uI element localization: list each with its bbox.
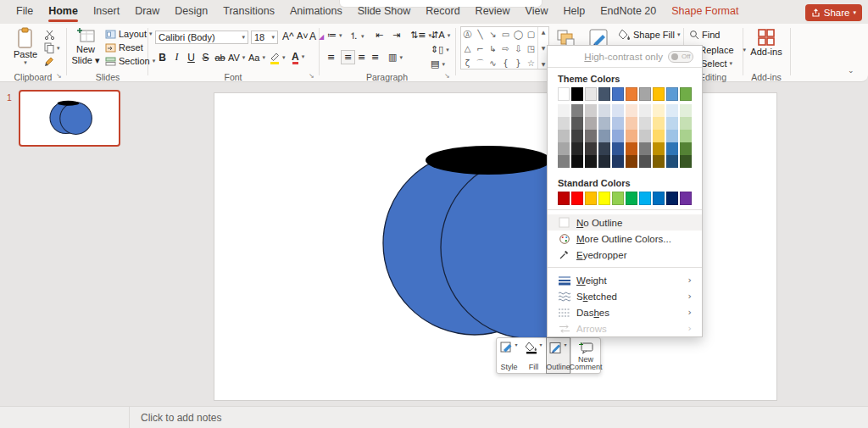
shape-tool-1-1[interactable]: ⌐: [474, 42, 487, 56]
numbering-button[interactable]: ⒈▾: [349, 30, 364, 42]
standard-color-1[interactable]: [571, 192, 583, 205]
standard-color-4[interactable]: [612, 192, 624, 205]
theme-variant-1-3[interactable]: [598, 117, 610, 130]
tab-animations[interactable]: Animations: [282, 0, 350, 24]
underline-button[interactable]: U: [184, 51, 198, 64]
standard-color-7[interactable]: [653, 192, 665, 205]
menu-item-more-outline-colors[interactable]: More Outline Colors...: [548, 231, 702, 247]
theme-variant-1-0[interactable]: [558, 117, 570, 130]
menu-item-dashes[interactable]: Dashes›: [548, 304, 702, 320]
theme-variant-2-7[interactable]: [653, 130, 665, 142]
shape-tool-0-3[interactable]: ▭: [499, 27, 512, 42]
standard-color-9[interactable]: [680, 192, 692, 205]
clear-formatting-button[interactable]: A◢: [309, 31, 324, 42]
theme-variant-3-4[interactable]: [612, 142, 624, 155]
theme-variant-3-1[interactable]: [571, 142, 583, 155]
theme-variant-0-6[interactable]: [639, 104, 651, 117]
font-dialog-launcher[interactable]: ↘: [309, 72, 314, 80]
theme-variant-0-3[interactable]: [598, 104, 610, 117]
theme-variant-0-0[interactable]: [558, 104, 570, 117]
italic-button[interactable]: I: [170, 51, 184, 64]
tab-slide-show[interactable]: Slide Show: [350, 0, 419, 24]
menu-item-eyedropper[interactable]: Eyedropper: [548, 247, 702, 263]
theme-variant-1-7[interactable]: [653, 117, 665, 130]
theme-variant-0-8[interactable]: [666, 104, 678, 117]
theme-variant-3-9[interactable]: [680, 142, 692, 155]
standard-color-5[interactable]: [626, 192, 637, 205]
theme-variant-4-7[interactable]: [653, 155, 665, 168]
theme-variant-2-1[interactable]: [571, 130, 583, 142]
shape-tool-1-0[interactable]: △: [461, 42, 474, 56]
tab-transitions[interactable]: Transitions: [215, 0, 282, 24]
layout-button[interactable]: Layout ▾: [105, 29, 153, 39]
shapes-gallery[interactable]: Ⓐ╲↘▭◯▢△⌐↳⇨⇩◳ζ⌒∿{}☆ ▲ ▼ ▼: [460, 26, 549, 69]
theme-color-2[interactable]: [585, 87, 597, 101]
theme-variant-2-3[interactable]: [598, 130, 610, 142]
cut-button[interactable]: [44, 30, 55, 40]
gallery-up-icon[interactable]: ▲: [542, 29, 546, 35]
theme-color-0[interactable]: [558, 87, 570, 101]
standard-color-6[interactable]: [639, 192, 651, 205]
shrink-font-button[interactable]: A˅: [297, 31, 309, 41]
theme-variant-2-4[interactable]: [612, 130, 624, 142]
notes-pane[interactable]: Click to add notes: [0, 406, 868, 428]
theme-variant-2-8[interactable]: [666, 130, 678, 142]
theme-color-6[interactable]: [639, 87, 651, 101]
tab-review[interactable]: Review: [468, 0, 518, 24]
theme-variant-4-6[interactable]: [639, 155, 651, 168]
align-right-button[interactable]: ≡: [358, 52, 365, 63]
tab-endnote-20[interactable]: EndNote 20: [593, 0, 664, 24]
new-comment-button[interactable]: NewComment: [570, 338, 600, 373]
shape-tool-2-2[interactable]: ∿: [487, 56, 499, 70]
paste-button[interactable]: Paste ▾: [10, 27, 41, 66]
shape-tool-0-5[interactable]: ▢: [525, 27, 537, 42]
theme-color-3[interactable]: [598, 87, 610, 101]
new-slide-button[interactable]: New Slide ▾: [70, 27, 102, 65]
shape-tool-2-0[interactable]: ζ: [461, 56, 474, 70]
standard-color-8[interactable]: [666, 192, 678, 205]
shape-tool-1-4[interactable]: ⇩: [512, 42, 525, 56]
shape-tool-0-1[interactable]: ╲: [474, 27, 487, 42]
theme-variant-3-2[interactable]: [585, 142, 597, 155]
justify-button[interactable]: ≡: [371, 52, 379, 63]
high-contrast-toggle[interactable]: Off: [668, 51, 693, 63]
theme-variant-2-2[interactable]: [585, 130, 597, 142]
tab-view[interactable]: View: [518, 0, 556, 24]
theme-variant-2-5[interactable]: [626, 130, 637, 142]
theme-variant-1-6[interactable]: [639, 117, 651, 130]
shape-tool-0-4[interactable]: ◯: [512, 27, 525, 42]
standard-color-3[interactable]: [598, 192, 610, 205]
theme-variant-1-8[interactable]: [666, 117, 678, 130]
tab-shape-format[interactable]: Shape Format: [664, 0, 746, 24]
theme-variant-0-4[interactable]: [612, 104, 624, 117]
tab-file[interactable]: File: [8, 0, 41, 24]
tab-record[interactable]: Record: [418, 0, 467, 24]
shape-tool-0-0[interactable]: Ⓐ: [461, 27, 474, 42]
decrease-indent-button[interactable]: ⇤: [376, 30, 383, 41]
tab-insert[interactable]: Insert: [86, 0, 127, 24]
smartart-convert-button[interactable]: ▤▾: [431, 58, 445, 69]
shape-tool-2-3[interactable]: {: [499, 56, 512, 70]
reset-button[interactable]: Reset: [105, 42, 143, 53]
theme-variant-3-5[interactable]: [626, 142, 637, 155]
text-highlight-button[interactable]: ▾: [270, 52, 286, 63]
theme-color-9[interactable]: [680, 87, 692, 101]
fill-button[interactable]: ▾Fill: [521, 338, 546, 373]
character-spacing-button[interactable]: AV▾: [228, 53, 245, 63]
theme-variant-2-0[interactable]: [558, 130, 570, 142]
tab-design[interactable]: Design: [167, 0, 215, 24]
theme-variant-1-4[interactable]: [612, 117, 624, 130]
gallery-more-icon[interactable]: ▼: [542, 61, 546, 67]
bullets-button[interactable]: ≔▾: [327, 30, 342, 41]
font-color-button[interactable]: A ▾: [292, 51, 304, 63]
theme-variant-3-0[interactable]: [558, 142, 570, 155]
theme-variant-2-9[interactable]: [680, 130, 692, 142]
shape-tool-2-5[interactable]: ☆: [525, 56, 537, 70]
theme-variant-1-9[interactable]: [680, 117, 692, 130]
menu-item-sketched[interactable]: Sketched›: [548, 288, 702, 304]
grow-font-button[interactable]: A^: [282, 31, 294, 42]
theme-variant-0-5[interactable]: [626, 104, 637, 117]
theme-variant-4-1[interactable]: [571, 155, 583, 168]
theme-variant-0-7[interactable]: [653, 104, 665, 117]
theme-color-8[interactable]: [666, 87, 678, 101]
